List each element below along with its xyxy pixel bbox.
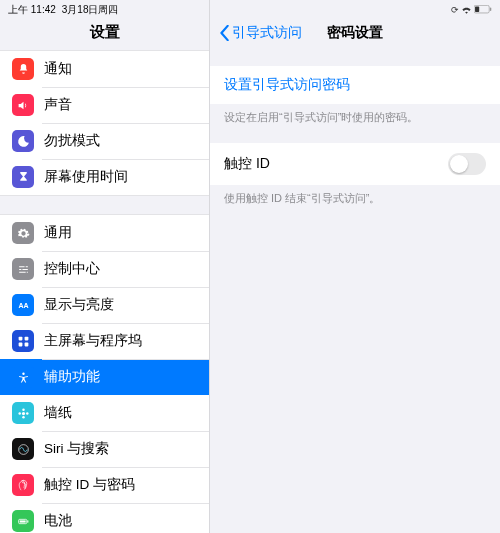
sidebar-item-label: 显示与亮度 <box>44 296 114 314</box>
sidebar-item-screentime[interactable]: 屏幕使用时间 <box>0 159 209 195</box>
status-bar: 上午 11:42 3月18日周四 <box>0 0 209 18</box>
sidebar-item-label: 控制中心 <box>44 260 100 278</box>
nav-bar: 引导式访问 密码设置 <box>210 18 500 48</box>
svg-rect-14 <box>27 520 28 522</box>
sidebar-item-label: 触控 ID 与密码 <box>44 476 135 494</box>
sidebar-item-siri[interactable]: Siri 与搜索 <box>0 431 209 467</box>
sidebar-item-homescreen[interactable]: 主屏幕与程序坞 <box>0 323 209 359</box>
status-time: 上午 11:42 <box>8 3 56 17</box>
battery-icon <box>474 5 492 16</box>
detail-pane: ⟳ 引导式访问 密码设置 设置引导式访问密码 设定在启用“引导式访问”时使用的密… <box>210 0 500 533</box>
svg-rect-3 <box>18 342 22 346</box>
set-passcode-footer: 设定在启用“引导式访问”时使用的密码。 <box>210 104 500 125</box>
svg-rect-13 <box>19 520 25 522</box>
touchid-label: 触控 ID <box>224 155 270 173</box>
access-icon <box>12 366 34 388</box>
hourglass-icon <box>12 166 34 188</box>
sidebar-item-label: Siri 与搜索 <box>44 440 109 458</box>
sidebar-item-sounds[interactable]: 声音 <box>0 87 209 123</box>
siri-icon <box>12 438 34 460</box>
sidebar-item-notifications[interactable]: 通知 <box>0 51 209 87</box>
sidebar: 上午 11:42 3月18日周四 设置 通知声音勿扰模式屏幕使用时间通用控制中心… <box>0 0 210 533</box>
gear-icon <box>12 222 34 244</box>
svg-text:AA: AA <box>18 302 28 309</box>
sidebar-item-general[interactable]: 通用 <box>0 215 209 251</box>
sidebar-item-label: 主屏幕与程序坞 <box>44 332 142 350</box>
svg-point-9 <box>18 412 20 414</box>
sidebar-item-label: 辅助功能 <box>44 368 100 386</box>
moon-icon <box>12 130 34 152</box>
status-bar-right: ⟳ <box>210 0 500 18</box>
aa-icon: AA <box>12 294 34 316</box>
svg-point-6 <box>21 411 24 414</box>
svg-rect-2 <box>24 336 28 340</box>
svg-rect-1 <box>18 336 22 340</box>
sliders-icon <box>12 258 34 280</box>
nav-title: 密码设置 <box>210 24 500 42</box>
sidebar-item-battery[interactable]: 电池 <box>0 503 209 533</box>
svg-point-10 <box>26 412 28 414</box>
svg-point-5 <box>22 372 24 374</box>
sidebar-item-label: 墙纸 <box>44 404 72 422</box>
touchid-cell[interactable]: 触控 ID <box>210 143 500 185</box>
svg-rect-16 <box>475 6 479 12</box>
sidebar-item-accessibility[interactable]: 辅助功能 <box>0 359 209 395</box>
svg-rect-17 <box>490 7 491 10</box>
sidebar-item-label: 屏幕使用时间 <box>44 168 128 186</box>
battery-icon <box>12 510 34 532</box>
sidebar-item-label: 勿扰模式 <box>44 132 100 150</box>
sidebar-item-label: 通知 <box>44 60 72 78</box>
set-passcode-cell[interactable]: 设置引导式访问密码 <box>210 66 500 104</box>
sidebar-item-display[interactable]: AA显示与亮度 <box>0 287 209 323</box>
sidebar-item-touchid[interactable]: 触控 ID 与密码 <box>0 467 209 503</box>
svg-point-8 <box>22 416 24 418</box>
sidebar-item-label: 通用 <box>44 224 72 242</box>
status-date: 3月18日周四 <box>62 3 119 17</box>
orientation-lock-icon: ⟳ <box>451 5 459 15</box>
wifi-icon <box>461 5 472 16</box>
touchid-footer: 使用触控 ID 结束“引导式访问”。 <box>210 185 500 206</box>
flower-icon <box>12 402 34 424</box>
sidebar-item-label: 电池 <box>44 512 72 530</box>
sidebar-item-wallpaper[interactable]: 墙纸 <box>0 395 209 431</box>
grid-icon <box>12 330 34 352</box>
svg-point-7 <box>22 408 24 410</box>
set-passcode-label: 设置引导式访问密码 <box>224 76 350 94</box>
sidebar-item-label: 声音 <box>44 96 72 114</box>
sidebar-item-controlcenter[interactable]: 控制中心 <box>0 251 209 287</box>
finger-icon <box>12 474 34 496</box>
sidebar-title: 设置 <box>0 18 209 50</box>
touchid-toggle[interactable] <box>448 153 486 175</box>
bell-icon <box>12 58 34 80</box>
sidebar-item-dnd[interactable]: 勿扰模式 <box>0 123 209 159</box>
speaker-icon <box>12 94 34 116</box>
svg-rect-4 <box>24 342 28 346</box>
